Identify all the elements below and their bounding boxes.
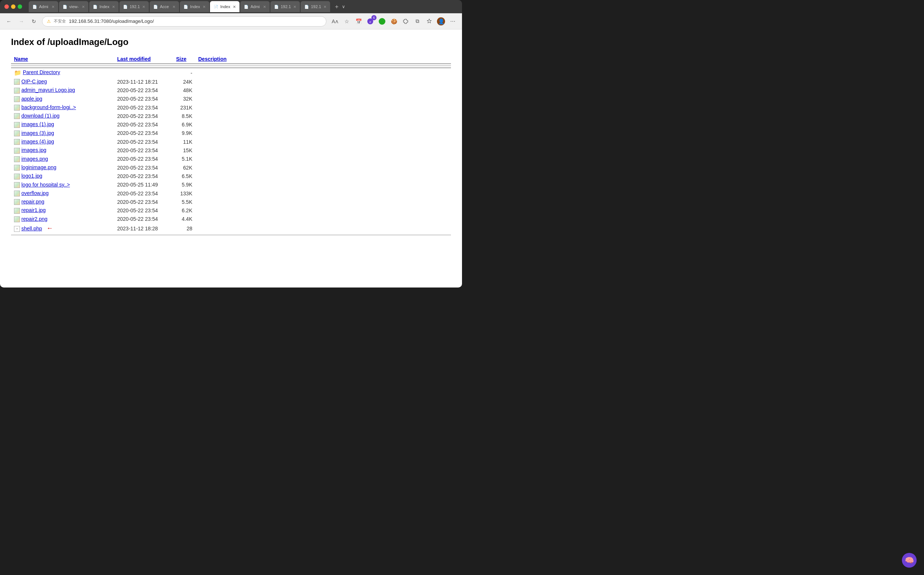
file-link[interactable]: logo1.jpg: [21, 173, 42, 179]
profile-button[interactable]: 👤: [436, 17, 446, 26]
tab-close-icon[interactable]: ✕: [52, 5, 54, 9]
tab-view[interactable]: 📄 view- ✕: [59, 1, 89, 12]
extension-badge-button[interactable]: e 6: [366, 17, 375, 26]
tab-index-active[interactable]: 📄 Index ✕: [210, 1, 239, 12]
table-row: images.jpg2020-05-22 23:5415K: [11, 146, 451, 154]
file-name-cell: overflow.jpg: [11, 189, 114, 198]
file-name-cell: loginimage.png: [11, 163, 114, 172]
tab-admi-2[interactable]: 📄 Admi ✕: [240, 1, 270, 12]
tab-close-icon[interactable]: ✕: [142, 5, 145, 9]
folder-icon: 📁: [14, 70, 21, 76]
tab-close-icon[interactable]: ✕: [323, 5, 326, 9]
file-size-cell: 28: [173, 223, 195, 233]
tab-close-icon[interactable]: ✕: [293, 5, 296, 9]
file-link[interactable]: shell.php: [21, 226, 42, 232]
file-name-cell: OIP-C.jpeg: [11, 78, 114, 86]
cookie-icon[interactable]: 🍪: [389, 17, 399, 26]
tab-close-icon[interactable]: ✕: [82, 5, 85, 9]
calendar-icon[interactable]: 📅: [354, 17, 363, 26]
tab-close-icon[interactable]: ✕: [263, 5, 266, 9]
file-size-cell: 6.5K: [173, 172, 195, 180]
tab-192-1[interactable]: 📄 192.1 ✕: [119, 1, 149, 12]
desc-sort-link[interactable]: Description: [198, 56, 227, 62]
tab-close-icon[interactable]: ✕: [203, 5, 206, 9]
file-link[interactable]: images (4).jpg: [21, 138, 54, 145]
file-desc-cell: [195, 146, 451, 154]
url-text: 192.168.56.31:7080/uploadImage/Logo/: [69, 18, 154, 24]
name-sort-link[interactable]: Name: [14, 56, 28, 62]
table-row: loginimage.png2020-05-22 23:5462K: [11, 163, 451, 172]
file-date-cell: 2020-05-22 23:54: [114, 138, 173, 146]
file-link[interactable]: Parent Directory: [23, 69, 60, 75]
file-size-cell: 133K: [173, 189, 195, 198]
add-tab-button[interactable]: ＋ ∨: [331, 1, 348, 12]
tab-close-icon[interactable]: ✕: [173, 5, 175, 9]
file-link[interactable]: apple.jpg: [21, 96, 42, 102]
image-file-icon: [14, 191, 20, 197]
size-sort-link[interactable]: Size: [176, 56, 186, 62]
table-row: OIP-C.jpeg2023-11-12 18:2124K: [11, 78, 451, 86]
file-name-cell: images.png: [11, 155, 114, 163]
file-size-cell: 4.4K: [173, 215, 195, 223]
file-link[interactable]: download (1).jpg: [21, 113, 60, 119]
address-bar: ← → ↻ ⚠ 不安全 192.168.56.31:7080/uploadIma…: [0, 13, 462, 30]
file-date-cell: 2023-11-12 18:21: [114, 78, 173, 86]
file-link[interactable]: logo for hospital sy..>: [21, 182, 70, 187]
file-date-cell: 2020-05-22 23:54: [114, 112, 173, 120]
file-link[interactable]: OIP-C.jpeg: [21, 78, 47, 84]
image-file-icon: [14, 79, 20, 85]
file-name-cell: repair2.png: [11, 215, 114, 223]
bookmark-button[interactable]: ☆: [342, 17, 352, 26]
tab-list-icon: ∨: [342, 4, 345, 9]
file-name-cell: images (3).jpg: [11, 129, 114, 138]
tab-close-icon[interactable]: ✕: [233, 5, 236, 9]
tab-acce[interactable]: 📄 Acce ✕: [150, 1, 179, 12]
file-size-cell: 32K: [173, 95, 195, 103]
file-link[interactable]: admin_mayuri Logo.jpg: [21, 87, 75, 93]
file-size-cell: 5.5K: [173, 198, 195, 206]
extensions-icon[interactable]: [401, 17, 410, 26]
file-link[interactable]: images.jpg: [21, 147, 46, 153]
image-file-icon: [14, 208, 20, 214]
file-link[interactable]: repair2.png: [21, 216, 48, 222]
file-date-cell: 2023-11-12 18:28: [114, 223, 173, 233]
file-link[interactable]: loginimage.png: [21, 164, 56, 170]
col-header-modified: Last modified: [114, 54, 173, 64]
tab-index-2[interactable]: 📄 Index ✕: [180, 1, 209, 12]
favorites-icon[interactable]: [425, 17, 434, 26]
tab-192-3[interactable]: 📄 192.1 ✕: [301, 1, 330, 12]
file-link[interactable]: images (3).jpg: [21, 130, 54, 136]
minimize-button[interactable]: [11, 5, 16, 9]
split-view-icon[interactable]: ⧉: [413, 17, 422, 26]
file-link[interactable]: repair1.jpg: [21, 207, 46, 213]
more-button[interactable]: ⋯: [448, 17, 458, 26]
table-row: images (1).jpg2020-05-22 23:546.9K: [11, 120, 451, 129]
tab-index-1[interactable]: 📄 Index ✕: [89, 1, 119, 12]
close-button[interactable]: [5, 5, 9, 9]
translate-button[interactable]: Aʌ: [330, 17, 340, 26]
tab-close-icon[interactable]: ✕: [112, 5, 115, 9]
tab-admi-1[interactable]: 📄 Admi ✕: [29, 1, 58, 12]
file-name-cell: images.jpg: [11, 146, 114, 154]
file-link[interactable]: repair.png: [21, 199, 44, 205]
image-file-icon: [14, 113, 20, 119]
refresh-button[interactable]: ↻: [30, 17, 38, 26]
image-file-icon: [14, 96, 20, 102]
file-size-cell: 15K: [173, 146, 195, 154]
file-link[interactable]: images (1).jpg: [21, 121, 54, 127]
maximize-button[interactable]: [18, 5, 22, 9]
tab-192-2[interactable]: 📄 192.1 ✕: [270, 1, 300, 12]
file-size-cell: 5.1K: [173, 155, 195, 163]
address-field[interactable]: ⚠ 不安全 192.168.56.31:7080/uploadImage/Log…: [42, 16, 326, 27]
file-link[interactable]: background-form-logi..>: [21, 104, 76, 110]
forward-button[interactable]: →: [17, 17, 26, 26]
file-link[interactable]: overflow.jpg: [21, 190, 49, 196]
back-button[interactable]: ←: [5, 17, 13, 26]
file-desc-cell: [195, 189, 451, 198]
image-file-icon: [14, 148, 20, 154]
file-link[interactable]: images.png: [21, 156, 48, 162]
file-date-cell: 2020-05-22 23:54: [114, 189, 173, 198]
green-indicator[interactable]: [377, 17, 387, 26]
table-row: images (3).jpg2020-05-22 23:549.9K: [11, 129, 451, 138]
modified-sort-link[interactable]: Last modified: [117, 56, 151, 62]
